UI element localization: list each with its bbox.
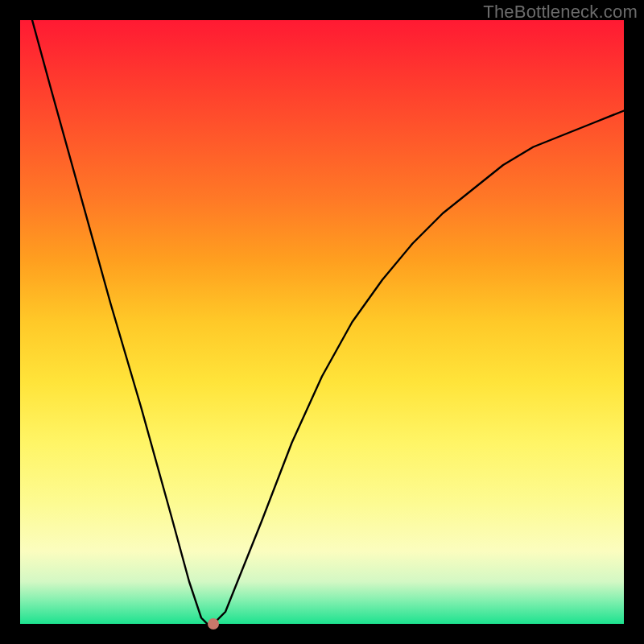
marker-dot [208, 618, 219, 630]
chart-frame: TheBottleneck.com [0, 0, 644, 644]
curve-path [32, 20, 624, 624]
curve-svg [20, 20, 624, 624]
plot-area [20, 20, 624, 624]
watermark-text: TheBottleneck.com [483, 2, 638, 23]
